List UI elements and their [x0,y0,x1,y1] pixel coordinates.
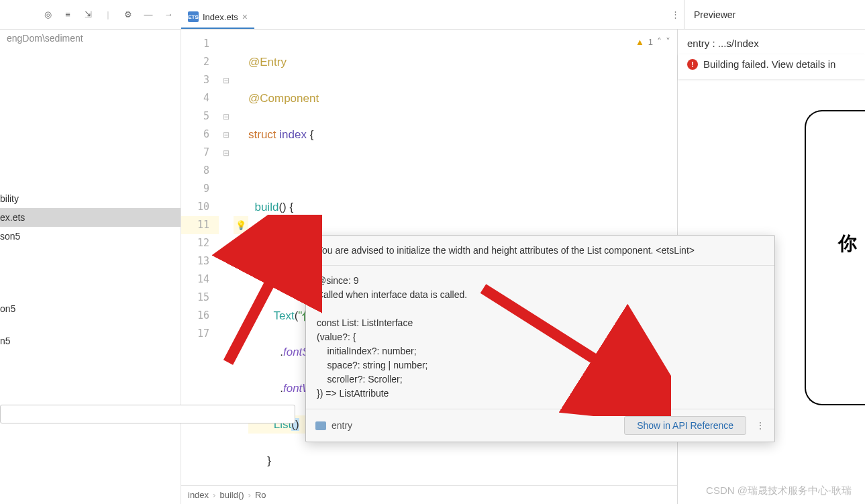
file-tab-index[interactable]: ETS Index.ets × [181,6,254,29]
tree-item[interactable]: on5 [0,299,181,318]
preview-error[interactable]: ! Building failed. View details in [678,54,865,79]
hint-message: You are advised to initialize the width … [306,236,774,266]
target-icon[interactable]: ◎ [42,9,54,21]
crumb-index[interactable]: index [188,490,209,500]
breadcrumb[interactable]: index › build() › Ro [181,485,677,504]
gear-icon[interactable]: ⚙ [122,9,134,21]
show-api-reference-button[interactable]: Show in API Reference [624,416,746,435]
more-icon[interactable]: ⋮ [756,420,765,431]
forward-icon[interactable]: → [162,9,174,21]
toolbar-left: ◎ ≡ ⇲ | ⚙ — → [0,0,181,29]
inspection-badge[interactable]: ▲ 1 ˄ ˅ [635,36,670,47]
top-bar: ◎ ≡ ⇲ | ⚙ — → ETS Index.ets × ⋮ Previewe… [0,0,865,30]
divider: | [102,9,114,21]
collapse-icon[interactable]: ⇲ [82,9,94,21]
error-icon: ! [687,59,698,70]
watermark: CSDN @瑞晟技术服务中心-耿瑞 [706,485,852,497]
warning-count: 1 [648,37,653,47]
minimize-icon[interactable]: — [142,9,154,21]
search-field[interactable] [0,405,295,423]
tree-item[interactable]: bility [0,189,181,208]
preview-path: entry : ...s/Index [678,30,865,54]
project-sidebar: engDom\sediment bility ex.ets son5 on5 n… [0,30,181,504]
editor-tabs: ETS Index.ets × [181,0,684,29]
crumb-build[interactable]: build() [219,490,244,500]
project-path: engDom\sediment [0,30,181,48]
svg-line-0 [228,228,299,362]
close-icon[interactable]: × [242,11,248,22]
file-tab-label: Index.ets [203,12,238,22]
previewer-header: Previewer [684,0,865,29]
more-icon[interactable]: ⋮ [671,9,680,19]
tree-item-selected[interactable]: ex.ets [0,208,181,227]
annotation-arrow-2 [470,282,671,416]
next-warning-icon[interactable]: ˅ [666,36,670,47]
warning-icon: ▲ [635,37,644,47]
expand-icon[interactable]: ≡ [62,9,74,21]
prev-warning-icon[interactable]: ˄ [657,36,662,47]
annotation-arrow-1 [201,215,322,376]
phone-frame [805,110,865,405]
chevron-right-icon: › [213,490,215,500]
crumb-row[interactable]: Ro [255,490,266,500]
chevron-right-icon: › [248,490,251,500]
svg-line-1 [483,289,648,393]
previewer-title: Previewer [694,9,735,20]
hint-module: entry [332,420,352,431]
preview-error-text: Building failed. View details in [703,58,835,70]
folder-icon [315,421,326,430]
tree-item[interactable]: n5 [0,332,181,350]
ets-file-icon: ETS [188,11,199,22]
tree-item[interactable]: son5 [0,227,181,246]
phone-preview-text: 你 [838,231,857,256]
